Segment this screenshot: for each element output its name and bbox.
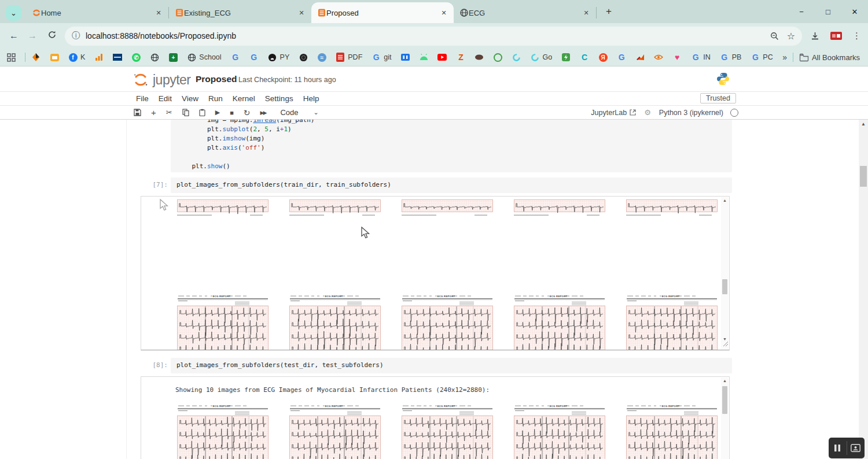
- site-info-icon[interactable]: ⓘ: [72, 31, 80, 41]
- zoom-search-icon[interactable]: [770, 32, 779, 40]
- bookmark-z-orange[interactable]: Z: [456, 53, 465, 62]
- bookmark-globe-dark[interactable]: [150, 53, 159, 62]
- apps-grid-icon[interactable]: [7, 53, 16, 62]
- trusted-button[interactable]: Trusted: [700, 93, 736, 103]
- bookmark-oval-dark[interactable]: [475, 53, 484, 62]
- tab-close-icon[interactable]: ✕: [296, 8, 307, 18]
- menu-help[interactable]: Help: [303, 94, 319, 103]
- bookmark-pdf[interactable]: PDF: [336, 53, 362, 62]
- bookmark-disc-dark[interactable]: [299, 53, 308, 62]
- forward-button[interactable]: →: [28, 31, 37, 41]
- bookmark-school[interactable]: School: [187, 53, 221, 62]
- run-cell-button[interactable]: ▶: [215, 109, 220, 116]
- bookmark-eye-orange[interactable]: [654, 53, 663, 62]
- tab-close-icon[interactable]: ✕: [581, 8, 591, 18]
- new-tab-button[interactable]: +: [601, 4, 616, 19]
- menu-kernel[interactable]: Kernel: [233, 94, 255, 103]
- menu-view[interactable]: View: [182, 94, 198, 103]
- scroll-up-icon[interactable]: ▲: [721, 379, 729, 383]
- jupyterlab-link[interactable]: JupyterLab: [591, 109, 627, 117]
- gear-icon[interactable]: ⚙: [644, 108, 651, 117]
- page-scroll-up-icon[interactable]: ▲: [859, 121, 868, 127]
- output-scrollbar[interactable]: ▲: [721, 377, 729, 459]
- bookmark-pb[interactable]: GPB: [720, 53, 742, 62]
- bookmark-ieee[interactable]: [113, 53, 122, 62]
- add-cell-button[interactable]: +: [151, 108, 156, 117]
- tab-existing_ecg[interactable]: Existing_ECG✕: [169, 2, 311, 23]
- menu-edit[interactable]: Edit: [159, 94, 172, 103]
- bookmark-whale-blue[interactable]: ≈: [317, 53, 326, 62]
- bookmark-pc[interactable]: GPC: [751, 53, 773, 62]
- bookmarks-overflow-button[interactable]: »: [782, 53, 787, 62]
- menu-file[interactable]: File: [136, 94, 149, 103]
- bookmark-in[interactable]: GIN: [691, 53, 711, 62]
- bookmark-go[interactable]: Go: [530, 53, 552, 62]
- scroll-up-icon[interactable]: ▲: [721, 198, 729, 202]
- downloads-button[interactable]: [810, 31, 820, 41]
- code-cell-input[interactable]: img = mpimg.imread(img_path) plt.subplot…: [171, 120, 732, 172]
- bookmark-yandex[interactable]: Я: [598, 53, 608, 62]
- bookmark-py[interactable]: PY: [268, 53, 290, 62]
- jupyter-logo[interactable]: jupyter: [132, 71, 191, 88]
- bookmark-youtube[interactable]: [437, 53, 447, 62]
- bookmark-git[interactable]: Ggit: [372, 53, 391, 62]
- menu-settings[interactable]: Settings: [265, 94, 293, 103]
- bookmark-c-teal[interactable]: C: [580, 53, 589, 62]
- tab-close-icon[interactable]: ✕: [439, 8, 449, 18]
- tab-search-button[interactable]: ⌄: [6, 5, 21, 21]
- bookmark-google-g[interactable]: G: [617, 53, 626, 62]
- restart-run-all-button[interactable]: ▶▶: [260, 110, 266, 116]
- bookmark-ring-green[interactable]: [493, 53, 502, 62]
- cell-type-chevron-icon[interactable]: ⌄: [313, 109, 318, 116]
- bookmark-android[interactable]: [419, 53, 428, 62]
- bookmark-google-g[interactable]: G: [249, 53, 259, 62]
- tab-close-icon[interactable]: ✕: [153, 8, 164, 18]
- output-scrollbar[interactable]: ▲ ▼: [721, 197, 729, 349]
- cut-cell-button[interactable]: ✂: [166, 108, 172, 117]
- page-scrollbar[interactable]: ▲: [859, 120, 868, 459]
- bookmark-matlab[interactable]: [635, 53, 645, 62]
- output-resize-handle[interactable]: [723, 339, 729, 349]
- all-bookmarks-button[interactable]: All Bookmarks: [812, 53, 860, 62]
- cell-type-select[interactable]: Code: [280, 108, 298, 117]
- external-link-icon[interactable]: [630, 109, 636, 116]
- bookmark-heart-pink[interactable]: ♥: [672, 53, 682, 62]
- paste-cell-button[interactable]: [199, 109, 205, 116]
- bookmark-bolt-green[interactable]: [561, 53, 571, 62]
- restart-kernel-button[interactable]: ↻: [244, 108, 251, 117]
- maximize-button[interactable]: □: [815, 8, 841, 16]
- bookmark-whatsapp[interactable]: ✆: [131, 53, 141, 62]
- notebook-title[interactable]: Proposed: [196, 74, 237, 84]
- tab-ecg[interactable]: ECG✕: [454, 2, 596, 23]
- scroll-thumb[interactable]: [722, 386, 727, 414]
- back-button[interactable]: ←: [9, 31, 19, 41]
- bookmark-kite[interactable]: [31, 53, 41, 62]
- minimize-button[interactable]: −: [788, 8, 815, 16]
- browser-menu-icon[interactable]: ⋮: [852, 31, 861, 41]
- close-button[interactable]: ✕: [841, 8, 868, 16]
- tab-home[interactable]: Home✕: [26, 2, 168, 23]
- kernel-name[interactable]: Python 3 (ipykernel): [659, 109, 723, 117]
- code-cell-input[interactable]: plot_images_from_subfolders(train_dir, t…: [171, 177, 732, 193]
- bookmark-google-g[interactable]: G: [231, 53, 240, 62]
- bookmark-analytics-bars[interactable]: [94, 53, 104, 62]
- reload-button[interactable]: [47, 30, 57, 42]
- page-scroll-thumb[interactable]: [860, 166, 867, 187]
- scroll-thumb[interactable]: [722, 279, 727, 294]
- bookmark-bridge-blue[interactable]: [400, 53, 410, 62]
- bookmark-k[interactable]: fK: [68, 53, 85, 62]
- save-button[interactable]: [134, 109, 141, 116]
- menu-run[interactable]: Run: [208, 94, 223, 103]
- bookmark-swirl-teal[interactable]: [512, 53, 521, 62]
- url-text[interactable]: localhost:8888/notebooks/Proposed.ipynb: [86, 31, 762, 40]
- code-cell-input[interactable]: plot_images_from_subfolders(test_dir, te…: [171, 358, 732, 373]
- interrupt-kernel-button[interactable]: ■: [230, 109, 234, 116]
- bookmark-star-icon[interactable]: ☆: [787, 31, 795, 42]
- url-field[interactable]: ⓘ localhost:8888/notebooks/Proposed.ipyn…: [65, 27, 802, 46]
- bookmark-sheets-plus[interactable]: +: [168, 53, 178, 62]
- extension-icon[interactable]: [830, 32, 842, 40]
- snapshot-button[interactable]: [847, 438, 865, 458]
- tab-proposed[interactable]: Proposed✕: [311, 2, 454, 23]
- copy-cell-button[interactable]: [182, 109, 189, 116]
- pause-button[interactable]: [829, 438, 847, 458]
